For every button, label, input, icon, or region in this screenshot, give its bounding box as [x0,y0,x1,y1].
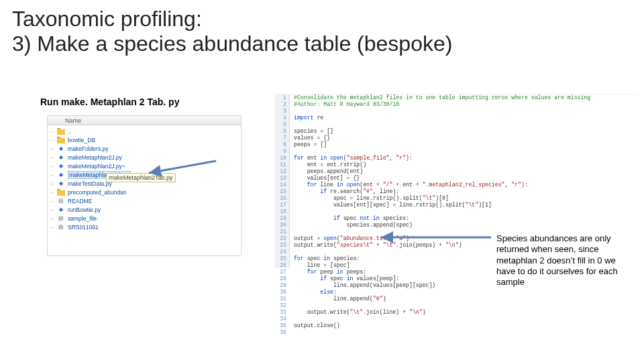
code-line [294,208,637,215]
python-file-icon: ◆ [57,145,65,152]
code-line-number: 17 [275,202,286,208]
code-line-number: 24 [275,249,286,255]
file-name: makeMetaphlan2J.py [68,154,122,161]
code-line-number: 2 [275,101,286,108]
code-line: output.write("\t".join(line) + "\n") [294,309,637,316]
code-line-number: 14 [275,182,286,188]
code-line-number: 23 [275,242,286,249]
file-list-item[interactable]: –.. [50,127,238,135]
code-line-number: 29 [275,282,286,289]
file-list-item[interactable]: –▤sample_file [50,214,238,223]
folder-icon [57,189,65,196]
python-file-icon: ◆ [57,206,65,213]
file-name: runBowtie.py [68,206,101,213]
tree-spacer-icon: – [50,224,54,231]
code-line: output.close() [294,322,637,329]
code-line: values = {} [294,135,637,141]
code-line-number: 19 [275,215,286,222]
code-line-number: 6 [275,128,286,135]
code-line-number: 28 [275,276,286,282]
code-line-number: 9 [275,148,286,155]
tree-spacer-icon: – [50,206,54,213]
slide-title-line2: 3) Make a species abundance table (bespo… [12,32,632,56]
svg-rect-1 [57,129,65,135]
code-line: species.append(spec) [294,222,637,229]
file-name: README [68,198,92,204]
code-line [294,148,637,155]
file-list-item[interactable]: –precomputed_abundan [50,188,238,196]
annotation-text: Species abundances are only returned whe… [496,233,635,288]
code-line-number: 8 [275,141,286,148]
folder-icon [57,137,65,143]
code-line-number: 13 [275,175,286,182]
code-line-number: 32 [275,302,286,309]
code-line-number: 1 [275,95,286,101]
file-name: SRS011061 [68,224,99,231]
code-line: values[ent][spec] = line.rstrip().split(… [294,202,637,208]
code-line: if spec not in species: [294,215,637,222]
code-line-number: 12 [275,168,286,175]
file-list-item[interactable]: –◆makeFolders.py [50,144,238,153]
file-list-item[interactable]: –◆makeMetaphlan2J.py [50,153,238,162]
tree-spacer-icon: – [50,198,54,204]
code-line-number: 3 [275,108,286,115]
code-gutter: 1234567891011121314151617181920212223242… [275,95,290,268]
code-line: for line in open(ent + "/" + ent + ".met… [294,182,637,188]
code-line: peeps = [] [294,141,637,148]
code-line-number: 10 [275,155,286,162]
tree-spacer-icon: – [50,145,54,152]
code-line-number: 30 [275,289,286,296]
text-file-icon: ▤ [57,198,65,204]
python-file-icon: ◆ [57,180,65,187]
text-file-icon: ▤ [57,224,65,231]
file-name: sample_file [68,215,97,222]
code-line [294,329,637,336]
svg-rect-5 [57,190,65,196]
tree-spacer-icon: – [50,154,54,161]
file-list-item[interactable]: –▤README [50,196,238,205]
svg-rect-3 [57,138,65,143]
code-line: ent = ent.rstrip() [294,162,637,168]
file-name: precomputed_abundan [68,189,126,196]
code-line: for ent in open("sample_file", "r"): [294,155,637,162]
code-line-number: 35 [275,322,286,329]
file-list-item[interactable]: –▤SRS011061 [50,223,238,231]
code-line-number: 7 [275,135,286,141]
code-line: import re [294,115,637,121]
tree-spacer-icon: – [50,137,54,143]
file-name: bowtie_DB [68,137,95,143]
python-file-icon: ◆ [57,154,65,161]
text-file-icon: ▤ [57,215,65,222]
file-list-item[interactable]: –◆makeMetaphlan2J.py~ [50,162,238,170]
code-line [294,302,637,309]
file-list-item[interactable]: –bowtie_DB [50,135,238,144]
code-line: else: [294,289,637,296]
file-name: makeTestData.py [68,180,112,187]
code-line-number: 27 [275,269,286,276]
file-tooltip: makeMetaphlan2Tab.py [106,173,176,182]
code-line-number: 25 [275,255,286,262]
file-browser-header-label: Name [65,117,81,124]
tree-spacer-icon: – [50,180,54,187]
file-name: makeMetaphlan2J.py~ [68,163,125,170]
code-line-number: 31 [275,296,286,302]
python-file-icon: ◆ [57,172,65,178]
code-line-number: 16 [275,195,286,202]
folder-icon [57,128,65,135]
code-line: peeps.append(ent) [294,168,637,175]
file-name: .. [68,128,71,135]
code-line: values[ent] = {} [294,175,637,182]
code-line: line.append("0") [294,296,637,302]
code-line-number: 11 [275,162,286,168]
code-line [294,108,637,115]
code-line: if re.search("#", line): [294,188,637,195]
subheading: Run make. Metaphlan 2 Tab. py [40,97,179,107]
code-line [294,121,637,128]
file-name: makeFolders.py [68,145,108,152]
slide-title-line1: Taxonomic profiling: [12,7,632,32]
file-list-item[interactable]: –◆runBowtie.py [50,205,238,214]
code-line-number: 5 [275,121,286,128]
code-line-number: 4 [275,115,286,121]
code-line: #Consolidate the metaphlan2 files in to … [294,95,637,101]
slide-title: Taxonomic profiling: 3) Make a species a… [0,0,644,59]
